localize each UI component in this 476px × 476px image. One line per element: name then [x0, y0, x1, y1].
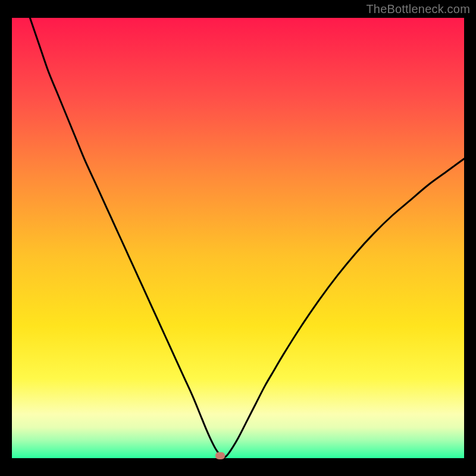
minimum-marker [215, 452, 225, 459]
chart-frame: TheBottleneck.com [0, 0, 476, 476]
curve-svg [12, 18, 464, 458]
bottleneck-curve [30, 18, 464, 458]
watermark-text: TheBottleneck.com [366, 2, 470, 16]
